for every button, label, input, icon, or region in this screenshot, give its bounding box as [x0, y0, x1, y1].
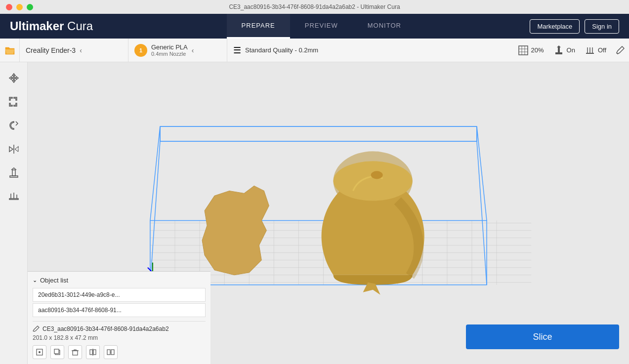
svg-rect-16	[9, 199, 18, 200]
tool-scale[interactable]	[3, 91, 25, 113]
center-object-button[interactable]	[33, 345, 46, 359]
tool-rotate[interactable]	[3, 115, 25, 136]
svg-rect-15	[12, 170, 15, 176]
chevron-down-icon: ⌄	[33, 277, 37, 283]
svg-point-58	[334, 161, 413, 201]
open-folder-button[interactable]	[0, 39, 20, 62]
selected-object-dims: 201.0 x 182.8 x 47.2 mm	[33, 334, 206, 341]
adhesion-icon	[585, 45, 595, 55]
object-item-2[interactable]: aac80916-3b34-476f-8608-91...	[33, 303, 206, 317]
tab-prepare[interactable]: PREPARE	[227, 14, 290, 39]
title-bar: CE3_aac80916-3b34-476f-8608-91da4a2a6ab2…	[0, 0, 629, 14]
infill-value: 20%	[531, 46, 544, 54]
nav-tabs: PREPARE PREVIEW MONITOR	[113, 14, 530, 39]
merge-icon	[107, 348, 115, 356]
svg-rect-6	[558, 47, 560, 52]
object-actions	[33, 345, 206, 359]
bottom-panel: ⌄ Object list 20ed6b31-3012-449e-a9c8-e.…	[28, 271, 210, 364]
infill-icon	[518, 45, 528, 55]
viewport[interactable]: ⌄ Object list 20ed6b31-3012-449e-a9c8-e.…	[28, 62, 629, 364]
slice-button-container: Slice	[466, 324, 619, 349]
maximize-button[interactable]	[27, 4, 33, 10]
material-chevron[interactable]: ‹	[192, 46, 194, 54]
marketplace-button[interactable]: Marketplace	[530, 19, 580, 34]
svg-rect-0	[519, 46, 528, 55]
object-item-1[interactable]: 20ed6b31-3012-449e-a9c8-e...	[33, 288, 206, 302]
selected-object-name: CE3_aac80916-3b34-476f-8608-91da4a2a6ab2	[33, 325, 206, 332]
app-logo: Ultimaker Cura	[10, 19, 93, 33]
tab-monitor[interactable]: MONITOR	[353, 14, 416, 39]
svg-rect-68	[93, 350, 96, 355]
svg-rect-69	[107, 350, 110, 355]
support-section: On	[549, 45, 580, 55]
traffic-lights	[6, 4, 33, 10]
svg-rect-5	[555, 52, 562, 54]
tool-mirror[interactable]	[3, 138, 25, 160]
logo-bold: Ultimaker	[10, 19, 64, 33]
svg-rect-63	[54, 349, 59, 354]
tool-per-object[interactable]	[3, 186, 25, 207]
infill-section: 20%	[513, 45, 549, 55]
printer-section: Creality Ender-3 ‹	[20, 39, 128, 62]
svg-marker-7	[557, 45, 561, 47]
center-icon	[36, 348, 43, 356]
svg-point-61	[39, 351, 41, 353]
content-area: ⌄ Object list 20ed6b31-3012-449e-a9c8-e.…	[0, 62, 629, 364]
adhesion-section: Off	[580, 45, 611, 55]
duplicate-icon	[53, 348, 61, 356]
material-badge: 1	[134, 44, 147, 57]
minimize-button[interactable]	[16, 4, 23, 10]
support-value: On	[567, 46, 575, 54]
split-icon	[89, 348, 97, 356]
quality-name: Standard Quality - 0.2mm	[245, 46, 318, 54]
svg-rect-67	[90, 350, 92, 355]
duplicate-object-button[interactable]	[50, 345, 64, 359]
svg-line-12	[617, 53, 618, 54]
settings-button[interactable]	[611, 41, 629, 59]
merge-object-button[interactable]	[104, 345, 118, 359]
printer-chevron[interactable]: ‹	[80, 46, 82, 54]
material-section: 1 Generic PLA 0.4mm Nozzle ‹	[128, 39, 227, 62]
object-list-header[interactable]: ⌄ Object list	[33, 277, 206, 284]
material-info: Generic PLA 0.4mm Nozzle	[151, 43, 188, 57]
printer-name: Creality Ender-3	[26, 46, 76, 54]
window-title: CE3_aac80916-3b34-476f-8608-91da4a2a6ab2…	[229, 3, 400, 10]
logo-thin: Cura	[67, 19, 93, 33]
tool-move[interactable]	[3, 67, 25, 89]
adhesion-value: Off	[598, 46, 606, 54]
quality-icon: ☰	[233, 45, 241, 56]
material-name: Generic PLA	[151, 43, 188, 51]
main-header: Ultimaker Cura PREPARE PREVIEW MONITOR M…	[0, 14, 629, 39]
svg-point-59	[371, 171, 383, 179]
object-list-title: Object list	[40, 277, 68, 284]
header-right: Marketplace Sign in	[530, 19, 619, 34]
support-icon	[554, 45, 564, 55]
slice-button[interactable]: Slice	[466, 324, 619, 349]
tool-support[interactable]	[3, 162, 25, 184]
trash-icon	[71, 348, 79, 356]
quality-section: ☰ Standard Quality - 0.2mm	[227, 39, 513, 62]
selected-object-info: CE3_aac80916-3b34-476f-8608-91da4a2a6ab2…	[33, 321, 206, 359]
split-object-button[interactable]	[86, 345, 100, 359]
svg-rect-64	[73, 351, 78, 355]
delete-object-button[interactable]	[68, 345, 82, 359]
pencil-small-icon	[33, 325, 40, 332]
material-nozzle: 0.4mm Nozzle	[151, 51, 188, 57]
signin-button[interactable]: Sign in	[585, 19, 619, 34]
toolbar: Creality Ender-3 ‹ 1 Generic PLA 0.4mm N…	[0, 39, 629, 62]
left-sidebar	[0, 62, 28, 364]
svg-rect-70	[111, 350, 114, 355]
pencil-icon	[616, 46, 625, 55]
tab-preview[interactable]: PREVIEW	[290, 14, 353, 39]
close-button[interactable]	[6, 4, 12, 10]
